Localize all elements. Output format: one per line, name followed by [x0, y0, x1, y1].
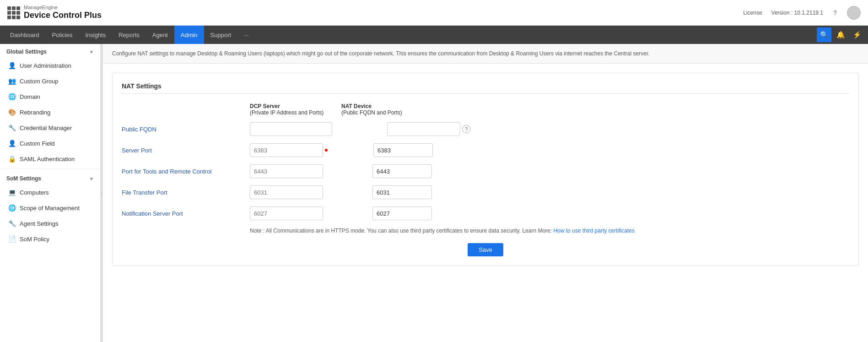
sidebar-item-domain[interactable]: 🌐 Domain — [0, 89, 100, 104]
sidebar-divider — [0, 168, 100, 169]
sidebar-item-credential-manager[interactable]: 🔧 Credential Manager — [0, 120, 100, 136]
sidebar-item-label: Domain — [20, 93, 40, 100]
content-area: NAT Settings DCP Server (Private IP Addr… — [103, 64, 868, 275]
sidebar-item-agent-settings[interactable]: 🔧 Agent Settings — [0, 216, 100, 231]
flash-icon[interactable]: ⚡ — [850, 27, 864, 42]
row-tools-port: Port for Tools and Remote Control — [122, 164, 849, 178]
logo-bottom: Device Control Plus — [24, 11, 102, 21]
note: Note : All Communications are in HTTPS m… — [122, 228, 849, 234]
col1-header: DCP Server (Private IP Address and Ports… — [250, 103, 341, 116]
sidebar-item-label: SoM Policy — [20, 236, 49, 243]
input-tools-port-col1[interactable] — [250, 164, 323, 178]
sidebar-item-label: Computers — [20, 189, 49, 196]
save-button[interactable]: Save — [468, 243, 503, 256]
nav-item-reports[interactable]: Reports — [112, 26, 146, 44]
sidebar-item-saml-authentication[interactable]: 🔒 SAML Authentication — [0, 151, 100, 167]
sidebar-item-computers[interactable]: 💻 Computers — [0, 185, 100, 200]
globe-icon: 🌐 — [8, 93, 16, 100]
search-icon[interactable]: 🔍 — [817, 27, 831, 42]
group-icon: 👥 — [8, 77, 16, 85]
required-indicator — [325, 149, 328, 152]
nav-item-agent[interactable]: Agent — [146, 26, 174, 44]
scope-icon: 🌐 — [8, 204, 16, 212]
global-settings-label: Global Settings — [6, 49, 47, 55]
nav-item-dashboard[interactable]: Dashboard — [4, 26, 46, 44]
input-file-transfer-port-col1[interactable] — [250, 185, 323, 199]
nav-item-insights[interactable]: Insights — [79, 26, 112, 44]
som-settings-header[interactable]: SoM Settings ▼ — [0, 171, 100, 185]
header-right: License Version : 10.1.2119.1 ? — [743, 6, 861, 20]
sidebar-item-label: User Administration — [20, 62, 71, 69]
sidebar-item-user-administration[interactable]: 👤 User Administration — [0, 58, 100, 73]
nav-item-admin[interactable]: Admin — [174, 26, 204, 44]
sidebar-item-label: Agent Settings — [20, 220, 59, 227]
global-settings-header[interactable]: Global Settings ▼ — [0, 44, 100, 58]
note-text: Note : All Communications are in HTTPS m… — [250, 228, 552, 234]
info-bar-text: Configure NAT settings to manage Desktop… — [112, 50, 650, 57]
input-notification-port-col1[interactable] — [250, 206, 323, 220]
nav-item-policies[interactable]: Policies — [46, 26, 79, 44]
field-icon: 👤 — [8, 140, 16, 147]
logo: ManageEngine Device Control Plus — [7, 5, 102, 21]
label-file-transfer-port: File Transfer Port — [122, 189, 250, 196]
sidebar-item-som-policy[interactable]: 📄 SoM Policy — [0, 231, 100, 247]
nav-actions: 🔍 🔔 ⚡ — [817, 27, 864, 42]
logo-top: ManageEngine — [24, 5, 58, 10]
row-notification-port: Notification Server Port — [122, 206, 849, 220]
input-file-transfer-port-col2[interactable] — [372, 185, 432, 199]
doc-icon: 📄 — [8, 235, 16, 243]
wrench-icon: 🔧 — [8, 124, 16, 131]
avatar[interactable] — [847, 6, 861, 20]
sidebar: Global Settings ▼ 👤 User Administration … — [0, 44, 101, 342]
row-server-port: Server Port — [122, 143, 849, 157]
label-public-fqdn: Public FQDN — [122, 126, 250, 133]
label-tools-port: Port for Tools and Remote Control — [122, 168, 250, 175]
label-notification-port: Notification Server Port — [122, 210, 250, 217]
input-public-fqdn-col2[interactable] — [387, 122, 460, 136]
notification-icon[interactable]: 🔔 — [833, 27, 848, 42]
som-settings-label: SoM Settings — [6, 175, 41, 182]
section-title: NAT Settings — [122, 82, 849, 94]
sidebar-item-custom-field[interactable]: 👤 Custom Field — [0, 136, 100, 151]
main-nav: Dashboard Policies Insights Reports Agen… — [0, 26, 868, 44]
som-collapse-icon: ▼ — [89, 176, 94, 181]
info-bar: Configure NAT settings to manage Desktop… — [103, 44, 868, 64]
collapse-icon: ▼ — [89, 49, 94, 54]
main-content: Configure NAT settings to manage Desktop… — [103, 44, 868, 342]
sidebar-item-custom-group[interactable]: 👥 Custom Group — [0, 73, 100, 89]
sidebar-item-label: Credential Manager — [20, 125, 72, 131]
sidebar-item-rebranding[interactable]: 🎨 Rebranding — [0, 104, 100, 120]
sidebar-item-label: Custom Group — [20, 78, 59, 85]
help-icon[interactable]: ? — [829, 6, 841, 19]
sidebar-item-scope-of-management[interactable]: 🌐 Scope of Management — [0, 200, 100, 216]
main-layout: Global Settings ▼ 👤 User Administration … — [0, 44, 868, 342]
save-row: Save — [122, 243, 849, 256]
input-public-fqdn-col1[interactable] — [250, 122, 332, 136]
help-icon-fqdn[interactable]: ? — [462, 125, 470, 133]
user-icon: 👤 — [8, 62, 16, 69]
app-header: ManageEngine Device Control Plus License… — [0, 0, 868, 26]
row-file-transfer-port: File Transfer Port — [122, 185, 849, 199]
nav-item-support[interactable]: Support — [204, 26, 238, 44]
global-settings-section: Global Settings ▼ 👤 User Administration … — [0, 44, 100, 167]
lock-icon: 🔒 — [8, 155, 16, 163]
note-link[interactable]: How to use third party certificates — [553, 228, 634, 234]
sidebar-item-label: Custom Field — [20, 140, 55, 147]
row-public-fqdn: Public FQDN ? — [122, 122, 849, 136]
input-tools-port-col2[interactable] — [372, 164, 432, 178]
input-server-port-col2[interactable] — [373, 143, 433, 157]
input-server-port-col1[interactable] — [250, 143, 323, 157]
col2-header: NAT Device (Public FQDN and Ports) — [341, 103, 469, 116]
column-headers: DCP Server (Private IP Address and Ports… — [250, 103, 849, 116]
input-notification-port-col2[interactable] — [372, 206, 432, 220]
agent-icon: 🔧 — [8, 220, 16, 227]
computer-icon: 💻 — [8, 189, 16, 196]
label-server-port: Server Port — [122, 147, 250, 154]
nav-item-more[interactable]: ··· — [237, 26, 255, 44]
version-label: Version : 10.1.2119.1 — [771, 10, 823, 16]
grid-icon — [7, 6, 20, 19]
sidebar-item-label: Scope of Management — [20, 205, 80, 212]
paint-icon: 🎨 — [8, 109, 16, 116]
license-label: License — [743, 10, 762, 16]
sidebar-item-label: Rebranding — [20, 109, 50, 116]
